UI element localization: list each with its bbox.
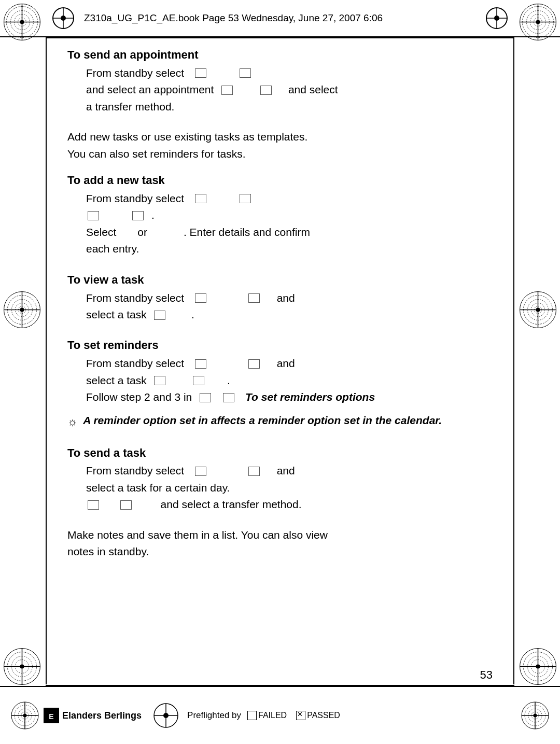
add-task-line3: Select or . Enter details and confirm <box>86 224 493 240</box>
placeholder-15 <box>193 376 204 385</box>
svg-point-3 <box>61 16 66 21</box>
svg-point-19 <box>20 308 24 312</box>
notes-intro-line2: notes in standby. <box>67 544 493 559</box>
section-send-task: To send a task From standby select and s… <box>67 445 493 513</box>
starburst-top-left <box>3 3 41 41</box>
starburst-top-right <box>519 3 557 41</box>
starburst-bot-left <box>3 647 41 686</box>
section-view-task: To view a task From standby select and s… <box>67 272 493 323</box>
placeholder-14 <box>154 376 165 385</box>
page-number: 53 <box>480 668 493 682</box>
add-task-line2: . <box>86 207 493 223</box>
side-line-left <box>46 37 47 684</box>
tip-box: ☼ A reminder option set in affects a rem… <box>67 413 493 430</box>
side-line-right <box>513 37 514 684</box>
starburst-mid-right <box>519 290 557 329</box>
svg-point-11 <box>20 20 24 24</box>
svg-point-23 <box>536 308 540 312</box>
heading-set-reminders: To set reminders <box>67 337 493 354</box>
notes-intro-line1: Make notes and save them in a list. You … <box>67 527 493 543</box>
elanders-icon: E <box>44 708 59 723</box>
section-tasks-intro: Add new tasks or use existing tasks as t… <box>67 129 493 162</box>
placeholder-1 <box>195 68 206 78</box>
section-add-task: To add a new task From standby select . … <box>67 172 493 257</box>
send-task-line2: select a task for a certain day. <box>86 480 493 496</box>
placeholder-16 <box>200 393 211 402</box>
send-appt-line3: a transfer method. <box>86 99 493 115</box>
placeholder-4 <box>260 86 272 95</box>
svg-text:E: E <box>49 712 53 721</box>
svg-point-7 <box>494 16 499 21</box>
footer-checks: Preflighted by FAILED PASSED <box>187 710 340 721</box>
send-appt-line2: and select an appointment and select <box>86 82 493 97</box>
header-bar: Z310a_UG_P1C_AE.book Page 53 Wednesday, … <box>0 0 560 37</box>
tip-text: A reminder option set in affects a remin… <box>83 413 442 428</box>
tasks-intro-line2: You can also set reminders for tasks. <box>67 146 493 162</box>
svg-point-44 <box>163 713 169 718</box>
failed-label: FAILED <box>258 711 287 720</box>
placeholder-9 <box>195 293 206 303</box>
view-task-line2: select a task . <box>86 307 493 322</box>
svg-point-27 <box>20 665 24 669</box>
heading-add-task: To add a new task <box>67 172 493 189</box>
view-task-line1: From standby select and <box>86 290 493 306</box>
add-task-line4: each entry. <box>86 241 493 257</box>
header-title: Z310a_UG_P1C_AE.book Page 53 Wednesday, … <box>84 12 383 24</box>
send-task-line3: and select a transfer method. <box>86 497 493 512</box>
section-set-reminders: To set reminders From standby select and… <box>67 337 493 430</box>
svg-point-15 <box>536 20 540 24</box>
passed-label: PASSED <box>307 711 340 720</box>
set-rem-line1: From standby select and <box>86 356 493 371</box>
footer-logo: E Elanders Berlings <box>44 708 142 723</box>
starburst-bot-right <box>519 647 557 686</box>
set-rem-line3: Follow step 2 and 3 in To set reminders … <box>86 389 493 405</box>
tasks-intro-line1: Add new tasks or use existing tasks as t… <box>67 129 493 145</box>
placeholder-7 <box>88 211 99 220</box>
reg-mark-header-left <box>52 7 75 30</box>
placeholder-18 <box>195 467 206 476</box>
reg-mark-header-right <box>485 7 508 30</box>
placeholder-5 <box>195 194 206 203</box>
starburst-footer-far-right <box>520 700 551 731</box>
placeholder-20 <box>88 500 99 510</box>
add-task-line1: From standby select <box>86 191 493 206</box>
placeholder-12 <box>195 359 206 369</box>
placeholder-21 <box>120 500 132 510</box>
heading-send-task: To send a task <box>67 445 493 461</box>
reg-mark-footer-center <box>153 703 179 728</box>
footer-company: Elanders Berlings <box>62 710 142 721</box>
placeholder-19 <box>248 467 260 476</box>
placeholder-10 <box>248 293 260 303</box>
starburst-mid-left <box>3 290 41 329</box>
svg-point-31 <box>536 665 540 669</box>
h-rule-top <box>46 37 514 38</box>
svg-point-51 <box>534 714 537 718</box>
section-notes-intro: Make notes and save them in a list. You … <box>67 527 493 560</box>
failed-checkbox <box>247 711 257 720</box>
placeholder-11 <box>154 311 165 320</box>
placeholder-17 <box>223 393 234 402</box>
placeholder-2 <box>240 68 251 78</box>
svg-point-38 <box>23 714 27 718</box>
passed-label-group: PASSED <box>296 711 340 720</box>
heading-send-appointment: To send an appointment <box>67 47 493 63</box>
passed-checkbox <box>296 711 305 720</box>
send-task-line1: From standby select and <box>86 463 493 479</box>
set-rem-line2: select a task . <box>86 373 493 388</box>
footer-preflighted: Preflighted by <box>187 710 241 721</box>
placeholder-3 <box>221 86 233 95</box>
placeholder-8 <box>132 211 144 220</box>
send-appt-line1: From standby select <box>86 65 493 81</box>
tip-icon: ☼ <box>67 414 78 430</box>
main-content: To send an appointment From standby sele… <box>67 47 493 677</box>
heading-view-task: To view a task <box>67 272 493 288</box>
placeholder-13 <box>248 359 260 369</box>
starburst-footer-far-left <box>9 700 40 731</box>
footer: E Elanders Berlings Preflighted by FAILE… <box>0 686 560 744</box>
placeholder-6 <box>240 194 251 203</box>
section-send-appointment: To send an appointment From standby sele… <box>67 47 493 115</box>
failed-label-group: FAILED <box>247 711 287 720</box>
